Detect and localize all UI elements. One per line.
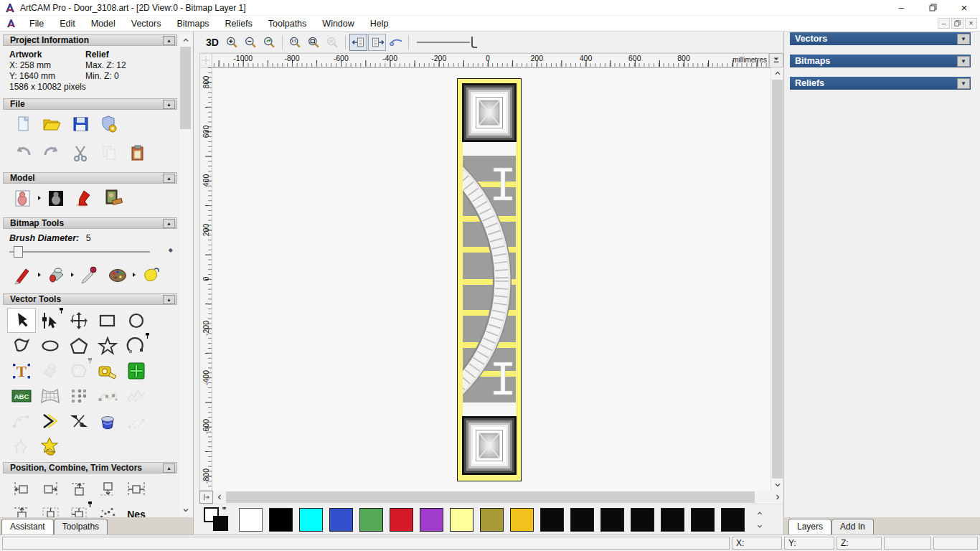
toggle-3d-view-button[interactable]: 3D — [202, 34, 222, 51]
scroll-up-icon[interactable] — [179, 34, 192, 46]
menu-model[interactable]: Model — [83, 17, 123, 30]
tab-assistant[interactable]: Assistant — [1, 519, 54, 534]
clipart-library-button[interactable] — [93, 408, 122, 433]
section-model-button[interactable] — [7, 433, 36, 458]
slider-track[interactable] — [417, 42, 470, 43]
flood-fill-button[interactable] — [42, 263, 70, 287]
create-rectangle-button[interactable] — [93, 308, 122, 333]
tab-toolpaths[interactable]: Toolpaths — [54, 519, 108, 534]
trim-vectors-button[interactable] — [65, 408, 93, 433]
text-on-curve-button[interactable]: ABC — [7, 383, 36, 408]
create-circle-button[interactable] — [122, 308, 151, 333]
canvas-2d-view[interactable] — [212, 67, 771, 491]
menu-toolpaths[interactable]: Toolpaths — [260, 17, 315, 30]
flyout-arrow-icon[interactable] — [71, 273, 74, 277]
menu-bitmaps[interactable]: Bitmaps — [169, 17, 217, 30]
lighting-button[interactable] — [70, 186, 99, 210]
paste-array-button[interactable] — [93, 501, 122, 517]
measure-button[interactable] — [93, 358, 122, 383]
scroll-left-icon[interactable] — [213, 491, 225, 504]
zoom-in-button[interactable] — [223, 34, 241, 51]
colour-swatch-9[interactable] — [510, 508, 534, 532]
offset-vectors-button[interactable] — [65, 358, 93, 383]
pan-mode-icon[interactable] — [199, 491, 213, 504]
menu-help[interactable]: Help — [362, 17, 397, 30]
collapse-icon[interactable]: ▲ — [163, 463, 175, 473]
ruler-origin-icon[interactable] — [199, 53, 212, 67]
mdi-restore-button[interactable] — [951, 18, 963, 29]
redo-button[interactable] — [37, 141, 66, 165]
model-section-header[interactable]: Model ▲ — [3, 172, 177, 184]
colour-swatch-6[interactable] — [420, 508, 443, 532]
restore-button[interactable] — [917, 0, 948, 15]
fit-curve-button[interactable] — [93, 383, 122, 408]
nesting-button[interactable]: Nes — [122, 501, 151, 517]
project-information-header[interactable]: Project Information ▲ — [3, 34, 177, 46]
fit-arcs-button[interactable] — [7, 408, 36, 433]
pick-colour-button[interactable] — [75, 263, 103, 287]
colour-swatch-1[interactable] — [269, 508, 293, 532]
menu-vectors[interactable]: Vectors — [123, 17, 169, 30]
centre-vertical-button[interactable] — [7, 501, 36, 517]
previous-colour-button[interactable] — [349, 34, 367, 51]
menu-window[interactable]: Window — [314, 17, 362, 30]
next-colour-button[interactable] — [368, 34, 386, 51]
zoom-fit-button[interactable] — [305, 34, 323, 51]
colour-swatch-8[interactable] — [480, 508, 504, 532]
scrollbar-thumb[interactable] — [180, 47, 191, 129]
colour-swatch-0[interactable] — [239, 508, 263, 532]
envelope-distortion-button[interactable] — [36, 383, 65, 408]
doodle-button[interactable] — [136, 263, 165, 287]
align-right-button[interactable] — [36, 476, 65, 501]
centre-both-button[interactable] — [65, 501, 93, 517]
bitmap-tools-header[interactable]: Bitmap Tools ▲ — [3, 217, 177, 229]
expand-icon[interactable]: ▼ — [957, 56, 970, 67]
position-combine-trim-header[interactable]: Position, Combine, Trim Vectors ▲ — [3, 462, 177, 474]
palette-scroll-down-icon[interactable] — [754, 521, 765, 531]
contrast-slider[interactable] — [417, 34, 481, 51]
colour-visibility-button[interactable] — [387, 34, 405, 51]
align-top-button[interactable] — [65, 476, 93, 501]
colour-swatch-3[interactable] — [329, 508, 353, 532]
colour-swatch-16[interactable] — [721, 508, 745, 532]
colour-swatch-5[interactable] — [390, 508, 413, 532]
transform-vectors-button[interactable] — [65, 308, 93, 333]
secondary-colour-swatch[interactable] — [213, 516, 228, 531]
palette-scroll-up-icon[interactable] — [754, 508, 765, 518]
open-model-button[interactable] — [37, 112, 66, 136]
scrollbar-thumb[interactable] — [226, 491, 755, 503]
centre-horizontal-button[interactable] — [36, 501, 65, 517]
brush-diameter-slider[interactable]: ◆ — [9, 245, 173, 260]
model-sketch-button[interactable] — [9, 186, 37, 210]
create-star-button[interactable] — [93, 333, 122, 358]
create-arc-button[interactable] — [122, 333, 151, 358]
bitmaps-section-header[interactable]: Bitmaps▼ — [790, 55, 971, 67]
flyout-arrow-icon[interactable] — [133, 273, 136, 277]
primary-secondary-colour-indicator[interactable]: ⚭ — [202, 506, 232, 533]
mdi-close-button[interactable]: × — [965, 18, 977, 29]
colour-swatch-4[interactable] — [359, 508, 383, 532]
create-text-button[interactable]: T — [7, 358, 36, 383]
file-section-header[interactable]: File ▲ — [3, 98, 177, 110]
unit-dropdown-icon[interactable] — [769, 53, 783, 67]
scroll-up-icon[interactable] — [771, 67, 783, 79]
colour-swatch-13[interactable] — [631, 508, 654, 532]
canvas-vertical-scrollbar[interactable] — [771, 67, 783, 491]
align-left-button[interactable] — [7, 476, 36, 501]
assistant-scrollbar[interactable] — [179, 34, 192, 516]
colour-swatch-2[interactable] — [299, 508, 323, 532]
slider-handle-icon[interactable] — [14, 246, 23, 258]
mdi-minimize-button[interactable]: – — [938, 18, 950, 29]
wrap-text-button[interactable] — [36, 358, 65, 383]
menu-edit[interactable]: Edit — [52, 17, 83, 30]
link-colours-icon[interactable]: ⚭ — [221, 504, 227, 512]
zoom-previous-button[interactable] — [260, 34, 278, 51]
colour-swatch-15[interactable] — [691, 508, 715, 532]
collapse-icon[interactable]: ▲ — [163, 174, 175, 183]
blend-spans-button[interactable] — [122, 408, 151, 433]
menu-file[interactable]: File — [22, 17, 52, 30]
new-model-button[interactable] — [9, 112, 37, 136]
tab-add-in[interactable]: Add In — [831, 519, 874, 534]
minimize-button[interactable]: – — [885, 0, 917, 15]
vector-doctor-button[interactable] — [36, 433, 65, 458]
